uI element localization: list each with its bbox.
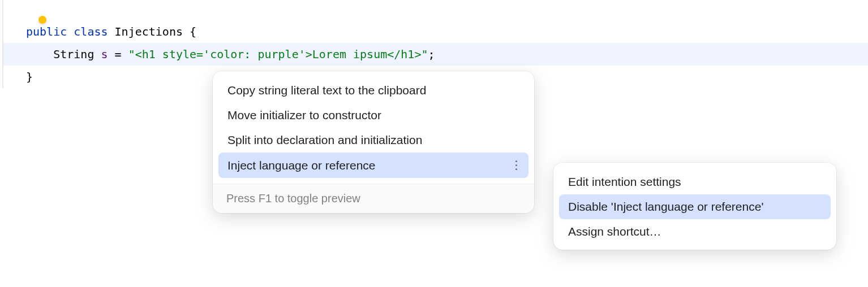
- menu-item-split-declaration[interactable]: Split into declaration and initializatio…: [218, 128, 528, 153]
- submenu-list: Edit intention settings Disable 'Inject …: [553, 163, 836, 250]
- intention-bulb-icon[interactable]: [38, 16, 49, 26]
- menu-item-label: Disable 'Inject language or reference': [568, 200, 763, 214]
- popup-footer-hint: Press F1 to toggle preview: [213, 184, 534, 213]
- menu-item-label: Move initializer to constructor: [227, 108, 381, 122]
- menu-item-label: Copy string literal text to the clipboar…: [227, 84, 426, 97]
- keyword-public: public: [26, 25, 67, 38]
- variable-name: s: [101, 47, 108, 61]
- intention-menu-list: Copy string literal text to the clipboar…: [213, 71, 534, 184]
- menu-item-inject-language[interactable]: Inject language or reference: [218, 153, 528, 178]
- intention-submenu-popup: Edit intention settings Disable 'Inject …: [553, 163, 836, 250]
- brace-close: }: [26, 70, 33, 84]
- menu-item-label: Assign shortcut…: [568, 225, 661, 238]
- menu-item-copy-string[interactable]: Copy string literal text to the clipboar…: [218, 78, 528, 103]
- menu-item-label: Inject language or reference: [227, 159, 376, 172]
- submenu-item-assign-shortcut[interactable]: Assign shortcut…: [559, 219, 831, 244]
- submenu-item-edit-settings[interactable]: Edit intention settings: [559, 169, 831, 194]
- submenu-item-disable-inject[interactable]: Disable 'Inject language or reference': [559, 194, 831, 219]
- menu-item-label: Split into declaration and initializatio…: [227, 133, 422, 147]
- string-literal: "<h1 style='color: purple'>Lorem ipsum</…: [128, 47, 428, 61]
- code-line-2[interactable]: String s = "<h1 style='color: purple'>Lo…: [3, 43, 868, 66]
- keyword-class: class: [74, 25, 108, 38]
- class-name: Injections: [115, 25, 183, 38]
- brace-open: {: [190, 25, 196, 38]
- more-options-icon[interactable]: [513, 158, 519, 172]
- intention-actions-popup: Copy string literal text to the clipboar…: [213, 71, 534, 213]
- operator-equals: =: [115, 47, 122, 61]
- menu-item-move-initializer[interactable]: Move initializer to constructor: [218, 103, 528, 128]
- indent: [26, 47, 53, 61]
- semicolon: ;: [428, 47, 435, 61]
- type-name: String: [53, 47, 94, 61]
- code-line-1[interactable]: public class Injections {: [3, 20, 868, 43]
- menu-item-label: Edit intention settings: [568, 175, 681, 189]
